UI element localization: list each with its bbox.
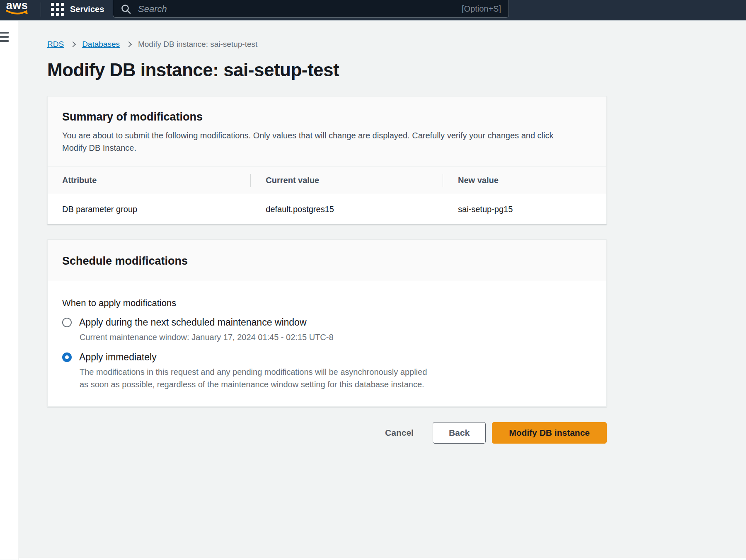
cell-attribute: DB parameter group — [48, 205, 250, 214]
services-label: Services — [70, 5, 104, 14]
column-header-new-value: New value — [443, 176, 606, 185]
side-nav-rail — [0, 21, 18, 560]
breadcrumb-link-rds[interactable]: RDS — [47, 40, 64, 49]
back-button[interactable]: Back — [433, 422, 486, 444]
radio-maintenance-window-label[interactable]: Apply during the next scheduled maintena… — [79, 317, 307, 328]
summary-card-title: Summary of modifications — [62, 111, 592, 123]
breadcrumb-link-databases[interactable]: Databases — [82, 40, 120, 49]
summary-of-modifications-card: Summary of modifications You are about t… — [47, 96, 607, 224]
cell-current-value: default.postgres15 — [250, 205, 443, 214]
bottom-strip — [19, 558, 746, 560]
breadcrumb: RDS Databases Modify DB instance: sai-se… — [47, 40, 607, 49]
form-actions: Cancel Back Modify DB instance — [47, 422, 607, 444]
services-menu-button[interactable]: Services — [51, 3, 104, 16]
chevron-right-icon — [126, 41, 132, 47]
aws-logo[interactable]: aws — [5, 0, 29, 18]
main-content: RDS Databases Modify DB instance: sai-se… — [18, 21, 746, 560]
page-body: RDS Databases Modify DB instance: sai-se… — [0, 21, 746, 560]
search-shortcut-hint: [Option+S] — [462, 4, 501, 14]
option-apply-immediately: Apply immediately The modifications in t… — [62, 352, 592, 391]
aws-console-screen: aws Services [Option+S] — [0, 0, 746, 560]
hamburger-menu-icon[interactable] — [0, 31, 10, 42]
cancel-button[interactable]: Cancel — [385, 428, 414, 438]
option-maintenance-window: Apply during the next scheduled maintena… — [62, 317, 592, 343]
page-title: Modify DB instance: sai-setup-test — [47, 60, 607, 80]
search-icon — [121, 4, 131, 14]
top-navigation-bar: aws Services [Option+S] — [0, 0, 746, 21]
breadcrumb-current: Modify DB instance: sai-setup-test — [138, 40, 257, 49]
radio-maintenance-window[interactable] — [62, 318, 72, 327]
cell-new-value: sai-setup-pg15 — [443, 205, 606, 214]
column-header-attribute: Attribute — [48, 176, 250, 185]
search-input[interactable] — [138, 4, 456, 14]
apply-immediately-description: The modifications in this request and an… — [80, 366, 436, 391]
table-row: DB parameter group default.postgres15 sa… — [48, 194, 606, 224]
schedule-modifications-card: Schedule modifications When to apply mod… — [47, 239, 607, 407]
radio-apply-immediately-label[interactable]: Apply immediately — [79, 352, 157, 363]
chevron-right-icon — [70, 41, 76, 47]
radio-apply-immediately[interactable] — [62, 352, 72, 362]
search-box[interactable]: [Option+S] — [113, 0, 509, 18]
schedule-card-header: Schedule modifications — [48, 240, 606, 281]
summary-card-description: You are about to submit the following mo… — [62, 129, 572, 154]
services-grid-icon — [51, 3, 64, 16]
maintenance-window-description: Current maintenance window: January 17, … — [80, 331, 592, 343]
summary-table-header-row: Attribute Current value New value — [48, 167, 606, 194]
summary-card-header: Summary of modifications You are about t… — [48, 97, 606, 167]
topnav-divider — [41, 2, 41, 17]
when-to-apply-label: When to apply modifications — [62, 298, 592, 309]
column-header-current-value: Current value — [250, 176, 443, 185]
schedule-card-title: Schedule modifications — [62, 255, 592, 268]
modify-db-instance-button[interactable]: Modify DB instance — [492, 422, 607, 444]
aws-logo-smile-icon — [6, 10, 28, 16]
schedule-card-body: When to apply modifications Apply during… — [48, 281, 606, 406]
